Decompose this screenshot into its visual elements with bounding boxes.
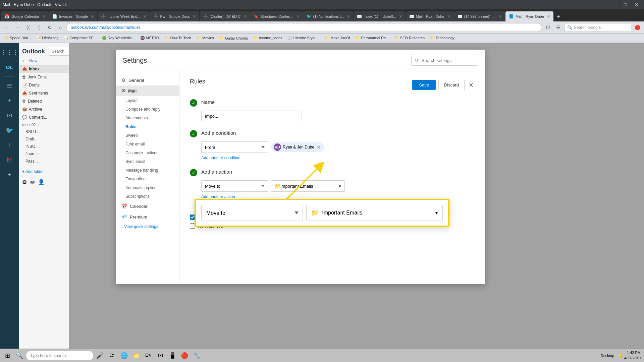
microphone-button[interactable]: 🎤 <box>95 350 105 361</box>
folder-junk[interactable]: 🗑 Junk Email <box>19 73 69 81</box>
outlook-menu-icon[interactable]: ☰ <box>3 79 16 93</box>
maximize-button[interactable]: □ <box>621 0 630 9</box>
folder-drafts[interactable]: 📝 Drafts <box>19 81 69 89</box>
bookmark-speed-dial[interactable]: ⚡ Speed Dial <box>2 35 30 41</box>
outlook-mail-icon[interactable]: ✉ <box>3 109 16 122</box>
desktop-label[interactable]: Desktop <box>601 354 614 358</box>
back-button[interactable]: ← <box>2 23 11 32</box>
subnav-attachments[interactable]: Attachments <box>116 114 179 122</box>
discard-button[interactable]: Discard <box>438 80 465 90</box>
subnav-subscriptions[interactable]: Subscriptions <box>116 192 179 201</box>
moveto-action-select[interactable]: Move to <box>201 205 303 221</box>
more-icon[interactable]: ··· <box>48 179 52 185</box>
new-tab-button[interactable]: + <box>554 12 563 21</box>
action-type-select[interactable]: Move to <box>201 180 268 192</box>
outlook-gmail-icon[interactable]: M <box>3 153 16 167</box>
folder-archive[interactable]: 📦 Archive <box>19 105 69 113</box>
bookmark-howto[interactable]: 📁 How To Tech <box>162 35 193 41</box>
close-rules-button[interactable]: ✕ <box>467 81 475 89</box>
outlook-add-account-icon[interactable]: + <box>3 168 16 181</box>
nav-item-calendar[interactable]: 📅 Calendar <box>116 201 179 212</box>
subnav-junk[interactable]: Junk email <box>116 140 179 148</box>
bookmark-makeuseof[interactable]: 📁 MakeUseOf <box>323 35 352 41</box>
bookmark-technology[interactable]: 📁 Technology <box>428 35 457 41</box>
subfolder-draft[interactable]: Draft... <box>19 135 69 143</box>
add-condition-link[interactable]: Add another condition <box>201 156 475 160</box>
outlook-new-icon[interactable]: + <box>3 94 16 108</box>
add-action-link[interactable]: Add another action <box>201 194 475 199</box>
bookmark-ray[interactable]: 🟢 Ray Wenderlic... <box>100 35 137 41</box>
taskview-button[interactable]: 🗂 <box>107 350 117 361</box>
bookmark-lifewriting[interactable]: 📝 LifeWritng <box>34 35 60 41</box>
bookmark-guitar[interactable]: 📁 Guitar Chords <box>217 35 250 41</box>
store-button[interactable]: 🛍 <box>143 350 154 361</box>
taskbar-search-input[interactable] <box>26 351 93 360</box>
outlook-search-input[interactable] <box>49 47 69 56</box>
add-folder-button[interactable]: + Add folder <box>19 168 69 176</box>
tab-inbox1[interactable]: ✉️Inbox (1) - rdube0...✕ <box>354 11 406 21</box>
bookmark-income[interactable]: 📁 Income_Ideas <box>251 35 284 41</box>
folder-conversations[interactable]: 💬 Convers... <box>19 113 69 121</box>
subnav-sweep[interactable]: Sweep <box>116 131 179 140</box>
tab-cluster[interactable]: ➕[Cluster]: LW ED C✕ <box>200 11 250 21</box>
subnav-forwarding[interactable]: Forwarding <box>116 175 179 183</box>
fast-back-button[interactable]: 〈〈 <box>23 23 33 32</box>
subnav-message-handling[interactable]: Message handling <box>116 166 179 175</box>
subnav-auto-replies[interactable]: Automatic replies <box>116 183 179 192</box>
bookmark-lifewire[interactable]: 📰 Lifewire Style ... <box>286 35 322 41</box>
mail-icon-sm[interactable]: ✉ <box>30 179 35 185</box>
settings-search-input[interactable] <box>411 55 478 66</box>
vivaldi-button[interactable]: 🔴 <box>179 350 190 361</box>
tab-notifications[interactable]: 🐦(1) Notifications |...✕ <box>303 11 354 21</box>
bookmark-competitor[interactable]: 📊 Competitor SE... <box>62 35 99 41</box>
file-explorer-button[interactable]: 📁 <box>131 350 142 361</box>
subfolder-bsu[interactable]: BSU I... <box>19 128 69 135</box>
new-mail-button[interactable]: ++ New <box>19 57 69 65</box>
tab-unread[interactable]: ✉️(14,997 unread) -...✕ <box>454 11 505 21</box>
search-taskbar-button[interactable]: 🔍 <box>14 350 25 361</box>
folder-deleted[interactable]: 🗑 Deleted <box>19 97 69 105</box>
filezilla-button[interactable]: 🔧 <box>191 350 202 361</box>
settings-icon[interactable]: ⚙ <box>22 179 27 185</box>
moveto-folder-select[interactable]: 📁 Important Emails ▾ <box>306 205 443 221</box>
bookmark-button[interactable]: ☑ <box>543 23 553 32</box>
bookmark-metro[interactable]: 🚇 METRO <box>138 35 161 41</box>
nav-item-premium[interactable]: 💎 Premium <box>116 212 179 222</box>
outlook-apps-icon[interactable]: ⋮⋮⋮ <box>3 46 16 59</box>
bookmark-seo[interactable]: 📁 SEO Research <box>392 35 427 41</box>
tab-structured[interactable]: 🔖Structured Conten...✕ <box>250 11 303 21</box>
address-bar[interactable]: outlook.live.com/mail/options/mail/rules <box>66 23 542 32</box>
person-icon[interactable]: 👤 <box>38 179 45 185</box>
bookmark-movies[interactable]: 📁 Movies <box>195 35 216 41</box>
save-button[interactable]: Save <box>412 80 436 90</box>
home-button[interactable]: ⌂ <box>56 23 65 32</box>
tab-mail-active[interactable]: 📘Mail - Ryan Dube✕ <box>505 11 553 21</box>
folder-sent[interactable]: 📤 Sent Items <box>19 89 69 97</box>
mail-taskbar-button[interactable]: ✉ <box>155 350 166 361</box>
outlook-facebook-icon[interactable]: f <box>3 138 16 152</box>
subnav-sync[interactable]: Sync email <box>116 157 179 166</box>
subfolder-inbo[interactable]: INBO... <box>19 143 69 150</box>
outlook-logo-icon[interactable]: OL <box>3 60 16 74</box>
phone-button[interactable]: 📱 <box>167 350 178 361</box>
tab-invoices[interactable]: 📄Invoices - Google✕ <box>49 11 97 21</box>
outlook-twitter-icon[interactable]: 🐦 <box>3 124 16 137</box>
reload-button[interactable]: ↻ <box>45 23 54 32</box>
rule-name-input[interactable] <box>201 111 302 121</box>
subnav-customize[interactable]: Customize actions <box>116 148 179 157</box>
start-button[interactable]: ⊞ <box>2 350 13 361</box>
condition-type-select[interactable]: From <box>201 141 268 153</box>
subfolder-journal[interactable]: Journ... <box>19 150 69 158</box>
subfolder-pass[interactable]: Pass... <box>19 158 69 165</box>
tab-invoice-week[interactable]: ➕Invoice Week End...✕ <box>98 11 150 21</box>
folder-inbox[interactable]: 📥 Inbox <box>19 65 69 73</box>
close-button[interactable]: ✕ <box>632 0 641 9</box>
extensions-button[interactable]: 🔴 <box>633 23 642 32</box>
view-quick-settings-link[interactable]: ‹ View quick settings <box>116 222 179 231</box>
nav-item-mail[interactable]: ✉ Mail <box>116 85 179 96</box>
subnav-compose[interactable]: Compose and reply <box>116 105 179 114</box>
contact-remove-button[interactable]: ✕ <box>317 144 321 150</box>
minimize-button[interactable]: − <box>609 0 619 9</box>
tab-mail-ryan[interactable]: ✉️Mail - Ryan Dube✕ <box>406 11 454 21</box>
subnav-rules[interactable]: Rules <box>116 122 179 131</box>
